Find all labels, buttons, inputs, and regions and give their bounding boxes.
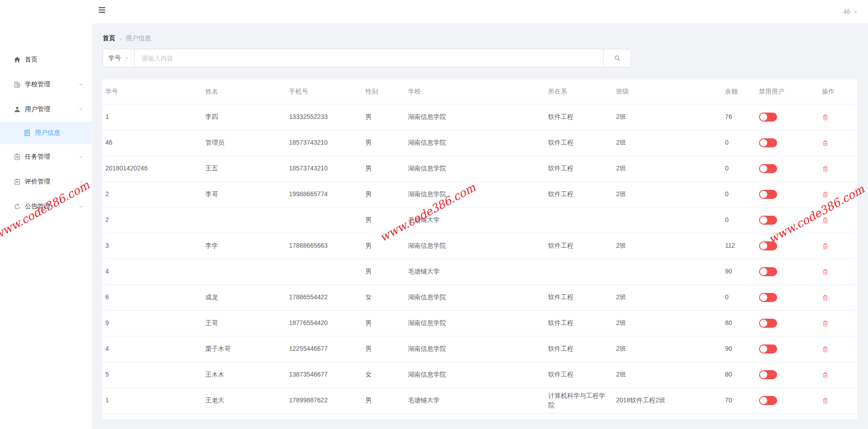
cell-department: 软件工程	[546, 181, 613, 207]
sidebar-item-user-mgmt[interactable]: 用户管理	[0, 97, 92, 122]
delete-user-button[interactable]	[822, 320, 829, 327]
delete-user-button[interactable]	[822, 140, 829, 146]
cell-department: 软件工程	[546, 310, 613, 336]
cell-phone: 18573743210	[286, 156, 363, 181]
refresh-icon	[14, 203, 21, 210]
cell-student-id: 3	[103, 233, 203, 259]
cell-school: 湖南信息学院	[405, 336, 545, 362]
cell-school: 湖南信息学院	[405, 181, 545, 207]
sidebar-item-school-mgmt[interactable]: 学校管理	[0, 72, 92, 97]
delete-user-button[interactable]	[822, 372, 829, 378]
cell-balance: 90	[722, 259, 756, 284]
disable-user-toggle[interactable]	[759, 164, 777, 173]
cell-phone: 17899887622	[286, 387, 363, 413]
disable-user-toggle[interactable]	[759, 344, 777, 354]
cell-name: 李哥	[203, 181, 286, 207]
sidebar-item-home[interactable]: 首页	[0, 47, 92, 72]
sidebar-item-label: 任务管理	[25, 153, 50, 161]
home-icon	[14, 56, 21, 63]
disable-user-toggle[interactable]	[759, 113, 777, 122]
cell-name	[203, 259, 286, 284]
cell-department: 软件工程	[546, 362, 613, 387]
delete-user-button[interactable]	[822, 294, 829, 301]
trash-icon	[822, 320, 829, 327]
disable-user-toggle[interactable]	[759, 319, 777, 328]
disable-user-toggle[interactable]	[759, 190, 777, 199]
cell-actions	[819, 130, 857, 156]
sidebar-item-notice-mgmt[interactable]: 公告管理	[0, 194, 92, 219]
cell-disable-user	[756, 284, 819, 310]
cell-disable-user	[756, 104, 819, 130]
cell-gender: 女	[363, 362, 405, 387]
delete-user-button[interactable]	[822, 243, 829, 250]
cell-student-id: 2	[103, 207, 203, 233]
cell-gender: 女	[363, 284, 405, 310]
cell-class: 2班	[613, 362, 722, 387]
delete-user-button[interactable]	[822, 397, 829, 404]
cell-actions	[819, 207, 857, 233]
cell-balance: 0	[722, 156, 756, 181]
delete-user-button[interactable]	[822, 346, 829, 353]
sidebar-item-user-info[interactable]: 用户信息	[0, 122, 92, 144]
cell-balance: 90	[722, 336, 756, 362]
cell-class	[613, 259, 722, 284]
col-header-disable-user: 禁用用户	[756, 80, 819, 104]
sidebar-item-review-mgmt[interactable]: 评价管理	[0, 169, 92, 194]
cell-phone: 12255446677	[286, 336, 363, 362]
col-header-gender: 性别	[363, 80, 405, 104]
cell-gender: 男	[363, 207, 405, 233]
search-button[interactable]	[603, 49, 631, 67]
delete-user-button[interactable]	[822, 217, 829, 224]
sidebar-item-label: 评价管理	[25, 178, 50, 186]
disable-user-toggle[interactable]	[759, 267, 777, 276]
disable-user-toggle[interactable]	[759, 138, 777, 147]
disable-user-toggle[interactable]	[759, 241, 777, 250]
trash-icon	[822, 217, 829, 224]
cell-disable-user	[756, 259, 819, 284]
cell-student-id: 46	[103, 130, 203, 156]
cell-phone: 13332552233	[286, 104, 363, 130]
chevron-down-icon	[853, 9, 858, 14]
disable-user-toggle[interactable]	[759, 396, 777, 405]
cell-disable-user	[756, 310, 819, 336]
delete-user-button[interactable]	[822, 165, 829, 172]
trash-icon	[822, 140, 829, 146]
breadcrumb-home[interactable]: 首页	[103, 34, 115, 42]
cell-phone: 18776554420	[286, 310, 363, 336]
delete-user-button[interactable]	[822, 269, 829, 275]
search-input[interactable]	[135, 49, 603, 67]
cell-student-id: 4	[103, 259, 203, 284]
disable-user-toggle[interactable]	[759, 370, 777, 379]
cell-class: 2班	[613, 310, 722, 336]
cell-name: 李学	[203, 233, 286, 259]
cell-student-id: 1	[103, 387, 203, 413]
table-row: 1李四13332552233男湖南信息学院软件工程2班76	[103, 104, 857, 130]
cell-disable-user	[756, 336, 819, 362]
disable-user-toggle[interactable]	[759, 216, 777, 225]
cell-student-id: 4	[103, 336, 203, 362]
cell-department: 软件工程	[546, 233, 613, 259]
user-menu[interactable]: 46	[843, 0, 858, 23]
delete-user-button[interactable]	[822, 114, 829, 121]
cell-balance: 112	[722, 233, 756, 259]
cell-disable-user	[756, 156, 819, 181]
cell-student-id: 6	[103, 284, 203, 310]
cell-school: 湖南信息学院	[405, 156, 545, 181]
col-header-balance: 余额	[722, 80, 756, 104]
disable-user-toggle[interactable]	[759, 293, 777, 302]
cell-balance: 0	[722, 284, 756, 310]
cell-balance: 0	[722, 207, 756, 233]
delete-user-button[interactable]	[822, 191, 829, 198]
sidebar-item-task-mgmt[interactable]: 任务管理	[0, 144, 92, 169]
cell-actions	[819, 104, 857, 130]
cell-balance: 76	[722, 104, 756, 130]
menu-fold-icon[interactable]	[99, 7, 106, 14]
search-field-select[interactable]: 学号	[103, 49, 135, 67]
cell-class: 2班	[613, 104, 722, 130]
cell-department: 软件工程	[546, 156, 613, 181]
cell-phone	[286, 207, 363, 233]
cell-gender: 男	[363, 181, 405, 207]
cell-student-id: 2	[103, 181, 203, 207]
cell-actions	[819, 284, 857, 310]
sidebar-item-label: 首页	[25, 56, 38, 64]
